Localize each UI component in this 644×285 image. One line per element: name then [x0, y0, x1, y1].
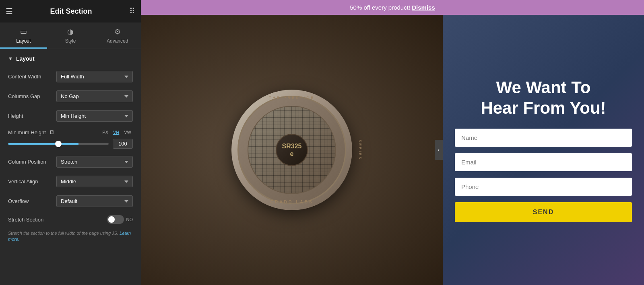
vertical-align-label: Vertical Align: [8, 178, 52, 185]
panel-tabs: ▭ Layout ◑ Style ⚙ Advanced: [0, 23, 141, 49]
overflow-select[interactable]: Default Hidden: [56, 195, 133, 207]
image-section: THE PRESTIGE SERIES SR325e GRADO LABS ‹: [141, 15, 443, 285]
panel-content: ▼ Layout Content Width Full Width Boxed …: [0, 49, 141, 285]
dismiss-link[interactable]: Dismiss: [412, 4, 435, 11]
unit-vw-button[interactable]: VW: [122, 129, 133, 135]
grid-icon[interactable]: ⠿: [129, 6, 135, 16]
mic-label-series: SERIES: [358, 139, 362, 160]
toggle-thumb: [108, 216, 115, 223]
tab-advanced[interactable]: ⚙ Advanced: [94, 23, 141, 49]
collapse-handle[interactable]: ‹: [435, 140, 443, 160]
unit-vh-button[interactable]: VH: [111, 129, 121, 135]
minimum-height-slider[interactable]: [8, 143, 109, 145]
stretch-section-row: Stretch Section NO: [0, 211, 141, 228]
height-label: Height: [8, 113, 52, 119]
column-position-row: Column Position Stretch Top Middle Botto…: [0, 152, 141, 172]
toggle-track[interactable]: [107, 215, 124, 224]
tab-layout[interactable]: ▭ Layout: [0, 23, 47, 49]
layout-section-label: Layout: [16, 55, 35, 62]
minimum-height-input[interactable]: 100: [113, 139, 133, 149]
panel-header: ☰ Edit Section ⠿: [0, 0, 141, 23]
height-select[interactable]: Default Fit To Screen Min Height: [56, 110, 133, 122]
mic-outer: THE PRESTIGE SERIES SR325e GRADO LABS: [231, 90, 352, 210]
mic-label-outer: GRADO LABS: [270, 200, 313, 204]
edit-panel: ☰ Edit Section ⠿ ▭ Layout ◑ Style ⚙ Adva…: [0, 0, 141, 285]
vertical-align-select[interactable]: Top Middle Bottom: [56, 176, 133, 187]
microphone-bg: THE PRESTIGE SERIES SR325e GRADO LABS: [141, 15, 443, 285]
form-heading: We Want To Hear From You!: [481, 78, 606, 118]
column-position-label: Column Position: [8, 159, 52, 165]
column-position-select[interactable]: Stretch Top Middle Bottom: [56, 156, 133, 168]
contact-form-section: We Want To Hear From You! SEND: [443, 15, 644, 285]
send-button[interactable]: SEND: [455, 202, 632, 222]
advanced-icon: ⚙: [114, 27, 121, 36]
layout-icon: ▭: [20, 27, 27, 36]
vertical-align-row: Vertical Align Top Middle Bottom: [0, 172, 141, 191]
mic-center-badge: SR325e: [276, 134, 308, 166]
top-banner: 50% off every product! Dismiss: [141, 0, 644, 15]
preview-panel: 50% off every product! Dismiss THE PREST…: [141, 0, 644, 285]
hamburger-icon[interactable]: ☰: [6, 6, 13, 16]
name-input[interactable]: [455, 129, 632, 147]
banner-text: 50% off every product!: [350, 4, 410, 11]
panel-title: Edit Section: [50, 7, 92, 16]
content-width-row: Content Width Full Width Boxed: [0, 67, 141, 86]
stretch-note: Stretch the section to the full width of…: [0, 228, 141, 247]
tab-style[interactable]: ◑ Style: [47, 23, 94, 49]
collapse-arrow-icon: ▼: [8, 56, 13, 62]
unit-px-button[interactable]: PX: [101, 129, 110, 135]
mic-label-top: THE PRESTIGE: [269, 96, 315, 100]
stretch-section-label: Stretch Section: [8, 217, 103, 223]
columns-gap-label: Columns Gap: [8, 93, 52, 99]
minimum-height-label: Minimum Height: [8, 129, 46, 135]
mic-grid: SR325e: [248, 106, 336, 194]
columns-gap-row: Columns Gap No Gap Narrow Default Extend…: [0, 86, 141, 106]
columns-gap-select[interactable]: No Gap Narrow Default Extended Wide: [56, 90, 133, 102]
overflow-row: Overflow Default Hidden: [0, 191, 141, 211]
phone-input[interactable]: [455, 178, 632, 196]
stretch-section-toggle[interactable]: NO: [107, 215, 133, 224]
unit-buttons: PX VH VW: [101, 129, 133, 135]
email-input[interactable]: [455, 153, 632, 171]
content-width-select[interactable]: Full Width Boxed: [56, 71, 133, 82]
minimum-height-section: Minimum Height 🖥 PX VH VW 100: [0, 126, 141, 152]
monitor-icon: 🖥: [49, 129, 55, 135]
mic-model-text: SR325e: [282, 142, 302, 158]
style-icon: ◑: [67, 27, 74, 36]
main-content: THE PRESTIGE SERIES SR325e GRADO LABS ‹: [141, 15, 644, 285]
height-row: Height Default Fit To Screen Min Height: [0, 106, 141, 126]
overflow-label: Overflow: [8, 198, 52, 204]
mic-ring: SR325e: [237, 96, 346, 204]
layout-section-header[interactable]: ▼ Layout: [0, 49, 141, 67]
toggle-no-label: NO: [126, 217, 133, 222]
content-width-label: Content Width: [8, 74, 52, 80]
